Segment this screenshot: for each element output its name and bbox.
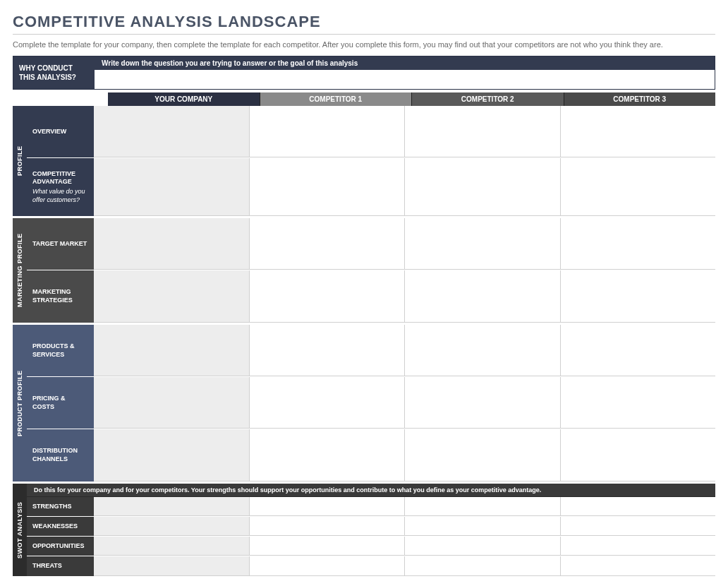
row-label-marketing-strategies: MARKETING STRATEGIES xyxy=(27,270,94,323)
label-text: TARGET MARKET xyxy=(32,240,88,249)
why-conduct-prompt: Write down the question you are trying t… xyxy=(95,56,715,70)
column-header-row: YOUR COMPANY COMPETITOR 1 COMPETITOR 2 C… xyxy=(13,92,715,106)
cell-products-your[interactable] xyxy=(94,325,250,376)
cell-distribution-your[interactable] xyxy=(94,429,250,482)
cell-strategies-your[interactable] xyxy=(94,270,250,323)
page-title: COMPETITIVE ANALYSIS LANDSCAPE xyxy=(13,13,715,31)
cell-overview-c2[interactable] xyxy=(405,106,561,157)
row-label-competitive-advantage: COMPETITIVE ADVANTAGE What value do you … xyxy=(27,158,94,216)
row-label-weaknesses: WEAKNESSES xyxy=(27,517,94,536)
row-competitive-advantage: COMPETITIVE ADVANTAGE What value do you … xyxy=(27,158,715,216)
divider xyxy=(13,34,715,35)
cell-opportunities-c3[interactable] xyxy=(561,537,716,556)
row-strengths: STRENGTHS xyxy=(27,497,715,517)
column-header-your-company: YOUR COMPANY xyxy=(108,92,260,106)
row-label-threats: THREATS xyxy=(27,556,94,576)
cell-threats-your[interactable] xyxy=(94,556,250,576)
column-header-competitor-1: COMPETITOR 1 xyxy=(260,92,413,106)
cell-strengths-c3[interactable] xyxy=(561,497,716,516)
row-label-pricing-costs: PRICING & COSTS xyxy=(27,377,94,429)
label-subtext: What value do you offer customers? xyxy=(32,188,88,204)
section-swot: SWOT ANALYSIS Do this for your company a… xyxy=(13,484,715,578)
row-label-products-services: PRODUCTS & SERVICES xyxy=(27,325,94,376)
label-text: OPPORTUNITIES xyxy=(32,542,88,551)
cell-opportunities-c2[interactable] xyxy=(405,537,561,556)
label-text: DISTRIBUTION CHANNELS xyxy=(32,447,88,463)
cell-threats-c1[interactable] xyxy=(250,556,406,576)
cell-distribution-c3[interactable] xyxy=(561,429,716,482)
section-marketing: MARKETING PROFILE TARGET MARKET MARKETIN… xyxy=(13,218,715,325)
row-target-market: TARGET MARKET xyxy=(27,218,715,270)
row-label-overview: OVERVIEW xyxy=(27,106,94,157)
cell-advantage-c3[interactable] xyxy=(561,158,716,216)
instructions-text: Complete the template for your company, … xyxy=(13,40,715,49)
cell-strengths-your[interactable] xyxy=(94,497,250,516)
label-text: OVERVIEW xyxy=(32,128,88,136)
cell-opportunities-your[interactable] xyxy=(94,537,250,556)
row-overview: OVERVIEW xyxy=(27,106,715,158)
row-opportunities: OPPORTUNITIES xyxy=(27,537,715,556)
cell-weaknesses-your[interactable] xyxy=(94,517,250,536)
swot-note: Do this for your company and for your co… xyxy=(27,484,715,497)
cell-advantage-c1[interactable] xyxy=(250,158,406,216)
cell-opportunities-c1[interactable] xyxy=(250,537,406,556)
section-tab-swot: SWOT ANALYSIS xyxy=(13,484,27,576)
section-tab-marketing: MARKETING PROFILE xyxy=(13,218,27,323)
cell-pricing-c3[interactable] xyxy=(561,377,716,429)
row-label-strengths: STRENGTHS xyxy=(27,497,94,516)
row-weaknesses: WEAKNESSES xyxy=(27,517,715,537)
column-header-competitor-2: COMPETITOR 2 xyxy=(412,92,564,106)
why-conduct-input[interactable] xyxy=(95,70,715,89)
row-label-target-market: TARGET MARKET xyxy=(27,218,94,270)
cell-weaknesses-c2[interactable] xyxy=(405,517,561,536)
section-tab-profile: PROFILE xyxy=(13,106,27,216)
cell-weaknesses-c3[interactable] xyxy=(561,517,716,536)
label-text: PRICING & COSTS xyxy=(32,395,88,411)
cell-target-c2[interactable] xyxy=(405,218,561,270)
cell-pricing-c1[interactable] xyxy=(250,377,406,429)
cell-distribution-c2[interactable] xyxy=(405,429,561,482)
column-header-competitor-3: COMPETITOR 3 xyxy=(564,92,716,106)
cell-overview-c1[interactable] xyxy=(250,106,406,157)
why-conduct-row: WHY CONDUCT THIS ANALYSIS? Write down th… xyxy=(13,56,715,90)
cell-advantage-your[interactable] xyxy=(94,158,250,216)
label-text: MARKETING STRATEGIES xyxy=(32,288,88,304)
cell-products-c3[interactable] xyxy=(561,325,716,376)
cell-products-c2[interactable] xyxy=(405,325,561,376)
cell-overview-c3[interactable] xyxy=(561,106,716,157)
cell-threats-c3[interactable] xyxy=(561,556,716,576)
section-product: PRODUCT PROFILE PRODUCTS & SERVICES PRIC… xyxy=(13,325,715,484)
label-text: PRODUCTS & SERVICES xyxy=(32,342,88,359)
label-text: WEAKNESSES xyxy=(32,522,88,531)
cell-strategies-c2[interactable] xyxy=(405,270,561,323)
cell-strengths-c1[interactable] xyxy=(250,497,406,516)
row-marketing-strategies: MARKETING STRATEGIES xyxy=(27,270,715,323)
cell-target-c1[interactable] xyxy=(250,218,406,270)
section-tab-product: PRODUCT PROFILE xyxy=(13,325,27,482)
label-text: COMPETITIVE ADVANTAGE xyxy=(32,170,88,186)
cell-pricing-c2[interactable] xyxy=(405,377,561,429)
row-label-distribution-channels: DISTRIBUTION CHANNELS xyxy=(27,429,94,482)
cell-products-c1[interactable] xyxy=(250,325,406,376)
cell-strategies-c3[interactable] xyxy=(561,270,716,323)
cell-advantage-c2[interactable] xyxy=(405,158,561,216)
cell-target-c3[interactable] xyxy=(561,218,716,270)
cell-pricing-your[interactable] xyxy=(94,377,250,429)
cell-threats-c2[interactable] xyxy=(405,556,561,576)
cell-strategies-c1[interactable] xyxy=(250,270,406,323)
why-conduct-label: WHY CONDUCT THIS ANALYSIS? xyxy=(13,56,95,89)
column-header-spacer xyxy=(13,92,108,106)
label-text: THREATS xyxy=(32,562,88,570)
label-text: STRENGTHS xyxy=(32,503,88,511)
cell-overview-your[interactable] xyxy=(94,106,250,157)
cell-distribution-c1[interactable] xyxy=(250,429,406,482)
cell-strengths-c2[interactable] xyxy=(405,497,561,516)
row-pricing-costs: PRICING & COSTS xyxy=(27,377,715,429)
row-label-opportunities: OPPORTUNITIES xyxy=(27,537,94,556)
row-distribution-channels: DISTRIBUTION CHANNELS xyxy=(27,429,715,482)
cell-target-your[interactable] xyxy=(94,218,250,270)
section-profile: PROFILE OVERVIEW COMPETITIVE ADVANTAGE W… xyxy=(13,106,715,218)
row-threats: THREATS xyxy=(27,556,715,576)
cell-weaknesses-c1[interactable] xyxy=(250,517,406,536)
row-products-services: PRODUCTS & SERVICES xyxy=(27,325,715,377)
